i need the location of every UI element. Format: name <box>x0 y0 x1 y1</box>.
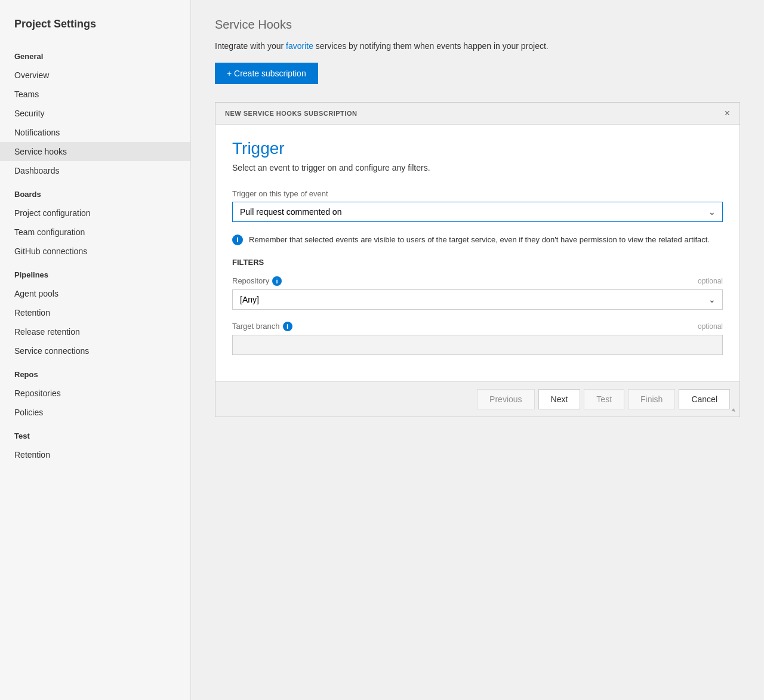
sidebar-item-overview[interactable]: Overview <box>0 66 190 85</box>
modal-header-title: NEW SERVICE HOOKS SUBSCRIPTION <box>225 110 357 117</box>
modal-header: NEW SERVICE HOOKS SUBSCRIPTION × <box>215 103 740 125</box>
target-branch-label-text: Target branch <box>232 322 280 331</box>
trigger-select[interactable]: Pull request commented on Build complete… <box>232 202 723 222</box>
repository-label-text: Repository <box>232 276 269 285</box>
sidebar-item-test-retention[interactable]: Retention <box>0 445 190 464</box>
cancel-button[interactable]: Cancel <box>679 389 730 409</box>
sidebar: Project Settings General Overview Teams … <box>0 0 191 700</box>
sidebar-item-dashboards[interactable]: Dashboards <box>0 161 190 180</box>
page-description: Integrate with your favorite services by… <box>215 41 740 51</box>
sidebar-section-boards: Boards <box>0 180 190 203</box>
trigger-form-group: Trigger on this type of event Pull reque… <box>232 189 723 222</box>
previous-button[interactable]: Previous <box>477 389 534 409</box>
test-button[interactable]: Test <box>584 389 624 409</box>
target-branch-label: Target branch i <box>232 322 292 331</box>
repository-label: Repository i <box>232 276 282 286</box>
sidebar-item-service-hooks[interactable]: Service hooks <box>0 142 190 161</box>
target-branch-info-icon[interactable]: i <box>283 322 292 331</box>
info-icon: i <box>232 235 243 245</box>
sidebar-section-repos: Repos <box>0 360 190 384</box>
sidebar-item-agent-pools[interactable]: Agent pools <box>0 284 190 303</box>
modal-section-title: Trigger <box>232 139 723 158</box>
sidebar-section-test: Test <box>0 422 190 445</box>
repository-select-wrapper: [Any] <box>232 289 723 310</box>
target-branch-optional: optional <box>698 322 723 331</box>
sidebar-item-repositories[interactable]: Repositories <box>0 384 190 403</box>
sidebar-item-retention[interactable]: Retention <box>0 303 190 322</box>
favorite-text: favorite <box>286 41 313 51</box>
repository-optional: optional <box>698 277 723 285</box>
sidebar-item-teams[interactable]: Teams <box>0 85 190 104</box>
target-branch-input[interactable]: [Any] <box>232 335 723 355</box>
info-notice: i Remember that selected events are visi… <box>232 234 723 246</box>
sidebar-item-release-retention[interactable]: Release retention <box>0 322 190 341</box>
modal-close-button[interactable]: × <box>725 109 730 118</box>
repository-form-group: Repository i optional [Any] <box>232 276 723 310</box>
main-content: Service Hooks Integrate with your favori… <box>191 0 764 700</box>
trigger-select-wrapper: Pull request commented on Build complete… <box>232 202 723 222</box>
sidebar-item-security[interactable]: Security <box>0 104 190 123</box>
sidebar-section-pipelines: Pipelines <box>0 261 190 284</box>
sidebar-title: Project Settings <box>0 12 190 42</box>
create-subscription-button[interactable]: + Create subscription <box>215 63 318 84</box>
repository-label-row: Repository i optional <box>232 276 723 286</box>
next-button[interactable]: Next <box>538 389 581 409</box>
sidebar-section-general: General <box>0 42 190 66</box>
target-branch-form-group: Target branch i optional [Any] <box>232 322 723 355</box>
finish-button[interactable]: Finish <box>628 389 675 409</box>
info-notice-text: Remember that selected events are visibl… <box>249 234 710 246</box>
trigger-label: Trigger on this type of event <box>232 189 723 198</box>
target-branch-label-row: Target branch i optional <box>232 322 723 331</box>
repository-select[interactable]: [Any] <box>232 289 723 310</box>
page-title: Service Hooks <box>215 18 740 32</box>
modal-body: Trigger Select an event to trigger on an… <box>215 125 740 381</box>
sidebar-item-github-connections[interactable]: GitHub connections <box>0 242 190 261</box>
sidebar-item-team-config[interactable]: Team configuration <box>0 223 190 242</box>
modal-section-desc: Select an event to trigger on and config… <box>232 163 723 172</box>
modal-footer: Previous Next Test Finish Cancel <box>215 381 740 417</box>
sidebar-item-service-connections[interactable]: Service connections <box>0 341 190 360</box>
filters-header: FILTERS <box>232 258 723 267</box>
sidebar-item-project-config[interactable]: Project configuration <box>0 203 190 223</box>
sidebar-item-policies[interactable]: Policies <box>0 403 190 422</box>
sidebar-item-notifications[interactable]: Notifications <box>0 123 190 142</box>
modal-panel: NEW SERVICE HOOKS SUBSCRIPTION × Trigger… <box>215 102 740 417</box>
repository-info-icon[interactable]: i <box>272 276 282 286</box>
